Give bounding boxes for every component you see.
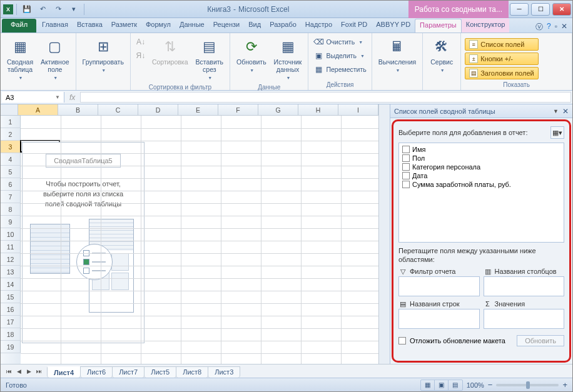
view-normal-button[interactable]: ▦ — [421, 380, 435, 390]
window-close-button[interactable]: ✕ — [552, 3, 571, 16]
field-checkbox[interactable] — [402, 181, 410, 188]
window-minimize-button[interactable]: ─ — [510, 3, 529, 16]
workbook-restore-icon[interactable]: ▫ — [555, 22, 557, 33]
sheet-tab[interactable]: Лист6 — [80, 366, 113, 378]
qat-save-icon[interactable]: 💾 — [20, 3, 34, 16]
drop-column-labels[interactable] — [484, 276, 565, 296]
row-header[interactable]: 5 — [1, 166, 21, 178]
refresh-button[interactable]: ⟳ Обновить▼ — [234, 36, 269, 76]
window-maximize-button[interactable]: ☐ — [531, 3, 550, 16]
row-header[interactable]: 19 — [1, 341, 21, 353]
field-item[interactable]: Пол — [401, 154, 562, 163]
qat-redo-icon[interactable]: ↷ — [51, 3, 65, 16]
column-header[interactable]: B — [58, 104, 98, 115]
row-header[interactable]: 13 — [1, 266, 21, 278]
tab-nav-next-icon[interactable]: ▶ — [24, 368, 33, 374]
field-item[interactable]: Дата — [401, 171, 562, 180]
tab-abbyy[interactable]: ABBYY PD — [372, 19, 415, 33]
name-box[interactable]: A3▼ — [2, 92, 64, 103]
field-item[interactable]: Имя — [401, 145, 562, 154]
tab-data[interactable]: Данные — [175, 19, 209, 33]
formula-input[interactable] — [80, 92, 571, 103]
calculations-button[interactable]: 🖩 Вычисления▼ — [376, 36, 418, 76]
sheet-tab[interactable]: Лист4 — [47, 366, 81, 378]
workbook-close-icon[interactable]: ✕ — [561, 22, 567, 33]
group-button[interactable]: ⊞ Группировать▼ — [80, 36, 126, 76]
row-header[interactable]: 2 — [1, 128, 21, 141]
zoom-value[interactable]: 100% — [467, 381, 484, 389]
drop-values[interactable] — [484, 309, 565, 329]
tab-developer[interactable]: Разрабо — [265, 19, 301, 33]
tab-addins[interactable]: Надстро — [301, 19, 337, 33]
field-checkbox[interactable] — [402, 163, 410, 171]
tab-insert[interactable]: Вставка — [73, 19, 107, 33]
tab-nav-last-icon[interactable]: ⏭ — [34, 368, 43, 374]
row-header[interactable]: 18 — [1, 328, 21, 341]
field-list-close-icon[interactable]: ✕ — [562, 107, 569, 116]
row-header[interactable]: 6 — [1, 178, 21, 191]
sheet-tab[interactable]: Лист7 — [112, 366, 145, 378]
row-header[interactable]: 10 — [1, 228, 21, 241]
tab-nav-prev-icon[interactable]: ◀ — [14, 368, 23, 374]
column-header[interactable]: D — [138, 104, 178, 115]
column-header[interactable]: I — [338, 104, 378, 115]
field-checkbox[interactable] — [402, 172, 410, 179]
sheet-tab[interactable]: Лист8 — [176, 366, 208, 378]
field-headers-toggle[interactable]: ▤Заголовки полей — [465, 67, 538, 79]
sheet-tab[interactable]: Лист5 — [144, 366, 176, 378]
row-header[interactable]: 9 — [1, 216, 21, 228]
field-list-layout-button[interactable]: ▦▾ — [550, 126, 564, 139]
field-item[interactable]: Категория персонала — [401, 163, 562, 171]
field-checkbox[interactable] — [402, 146, 410, 153]
field-list-dropdown-icon[interactable]: ▼ — [553, 108, 559, 114]
column-header[interactable]: G — [258, 104, 298, 115]
tools-button[interactable]: 🛠 Сервис▼ — [427, 36, 457, 76]
row-header[interactable]: 7 — [1, 191, 21, 203]
qat-customize-icon[interactable]: ▾ — [67, 3, 81, 16]
qat-undo-icon[interactable]: ↶ — [36, 3, 49, 16]
row-header[interactable]: 14 — [1, 278, 21, 291]
change-source-button[interactable]: ▦ Источник данных▼ — [271, 36, 305, 83]
tab-review[interactable]: Рецензи — [209, 19, 245, 33]
drop-row-labels[interactable] — [398, 309, 480, 329]
view-pagebreak-button[interactable]: ▤ — [449, 380, 462, 390]
row-header[interactable]: 11 — [1, 241, 21, 253]
row-header[interactable]: 16 — [1, 303, 21, 316]
field-list-fields[interactable]: ИмяПолКатегория персоналаДатаСумма зараб… — [398, 143, 564, 243]
insert-slicer-button[interactable]: ▤ Вставить срез▼ — [193, 36, 226, 83]
ribbon-minimize-icon[interactable]: ⓥ — [535, 22, 543, 33]
active-field-button[interactable]: ▢ Активное поле▼ — [38, 36, 71, 83]
zoom-in-button[interactable]: + — [562, 380, 567, 389]
zoom-slider[interactable] — [496, 384, 559, 386]
help-icon[interactable]: ? — [547, 22, 551, 33]
column-header[interactable]: E — [178, 104, 218, 115]
tab-design[interactable]: Конструктор — [462, 19, 510, 33]
pivottable-button[interactable]: ▦ Сводная таблица▼ — [4, 36, 36, 83]
row-header[interactable]: 4 — [1, 153, 21, 166]
move-button[interactable]: ▦Переместить — [312, 63, 367, 76]
row-header[interactable]: 3 — [1, 141, 21, 153]
column-header[interactable]: C — [98, 104, 138, 115]
vertical-scrollbar[interactable] — [378, 104, 390, 364]
tab-nav-first-icon[interactable]: ⏮ — [4, 368, 13, 374]
tab-options[interactable]: Параметры — [415, 19, 462, 33]
column-header[interactable]: A — [18, 104, 58, 115]
file-tab[interactable]: Файл — [2, 19, 36, 33]
select-button[interactable]: ▣Выделить▼ — [312, 49, 367, 62]
update-button[interactable]: Обновить — [517, 335, 564, 346]
row-header[interactable]: 12 — [1, 253, 21, 266]
zoom-out-button[interactable]: − — [488, 380, 493, 389]
field-list-toggle[interactable]: ≡Список полей — [465, 38, 538, 51]
field-item[interactable]: Сумма заработной платы, руб. — [401, 180, 562, 189]
select-all-corner[interactable] — [1, 104, 18, 115]
plusminus-toggle[interactable]: ±Кнопки +/- — [465, 53, 538, 65]
row-header[interactable]: 1 — [1, 116, 21, 128]
column-header[interactable]: H — [298, 104, 338, 115]
view-layout-button[interactable]: ▣ — [435, 380, 449, 390]
tab-home[interactable]: Главная — [38, 19, 73, 33]
row-header[interactable]: 17 — [1, 316, 21, 328]
row-header[interactable]: 15 — [1, 291, 21, 303]
drop-report-filter[interactable] — [398, 276, 480, 296]
tab-formulas[interactable]: Формул — [141, 19, 175, 33]
column-header[interactable]: F — [218, 104, 258, 115]
